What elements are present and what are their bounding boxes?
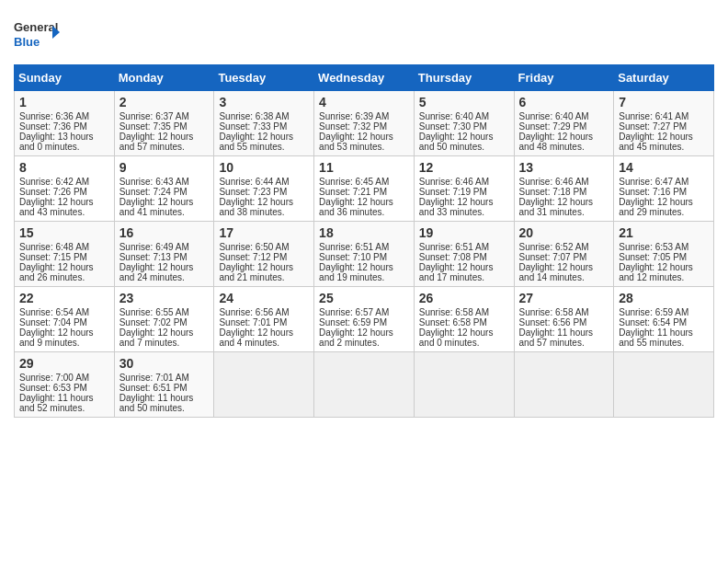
- cell-line: and 48 minutes.: [519, 142, 609, 152]
- cell-line: Sunrise: 6:36 AM: [19, 111, 109, 121]
- calendar-cell: 13Sunrise: 6:46 AMSunset: 7:18 PMDayligh…: [514, 156, 614, 222]
- calendar-week-3: 15Sunrise: 6:48 AMSunset: 7:15 PMDayligh…: [15, 222, 714, 287]
- cell-line: Daylight: 12 hours: [419, 262, 509, 272]
- svg-text:Blue: Blue: [14, 35, 40, 49]
- day-number: 22: [19, 291, 109, 305]
- cell-line: Sunset: 7:24 PM: [119, 187, 210, 197]
- cell-line: Sunrise: 7:00 AM: [19, 373, 109, 383]
- cell-line: Sunset: 7:12 PM: [219, 252, 309, 262]
- col-header-wednesday: Wednesday: [314, 65, 415, 91]
- col-header-friday: Friday: [514, 65, 614, 91]
- cell-line: Sunrise: 6:53 AM: [619, 242, 709, 252]
- cell-line: Daylight: 12 hours: [219, 327, 309, 338]
- col-header-sunday: Sunday: [15, 65, 115, 91]
- cell-line: and 24 minutes.: [119, 272, 210, 282]
- day-number: 26: [419, 291, 509, 305]
- calendar-cell: 5Sunrise: 6:40 AMSunset: 7:30 PMDaylight…: [414, 91, 514, 156]
- calendar-cell: 2Sunrise: 6:37 AMSunset: 7:35 PMDaylight…: [114, 91, 214, 156]
- cell-line: Daylight: 12 hours: [519, 197, 609, 207]
- cell-line: Daylight: 11 hours: [519, 327, 609, 338]
- cell-line: Sunrise: 6:46 AM: [519, 177, 609, 187]
- calendar-cell: 23Sunrise: 6:55 AMSunset: 7:02 PMDayligh…: [114, 287, 214, 352]
- cell-line: Sunset: 7:29 PM: [519, 121, 609, 132]
- cell-line: and 14 minutes.: [519, 272, 609, 282]
- cell-line: Sunset: 7:33 PM: [219, 121, 309, 132]
- cell-line: and 0 minutes.: [419, 338, 509, 348]
- calendar-cell: 27Sunrise: 6:58 AMSunset: 6:56 PMDayligh…: [514, 287, 614, 352]
- cell-line: and 43 minutes.: [19, 207, 109, 217]
- day-number: 21: [619, 225, 709, 240]
- cell-line: Sunrise: 6:48 AM: [19, 242, 109, 252]
- calendar-cell: 6Sunrise: 6:40 AMSunset: 7:29 PMDaylight…: [514, 91, 614, 156]
- cell-line: Daylight: 12 hours: [19, 262, 109, 272]
- col-header-monday: Monday: [114, 65, 214, 91]
- day-number: 29: [19, 356, 109, 371]
- day-number: 18: [319, 225, 409, 240]
- cell-line: Sunrise: 6:58 AM: [519, 307, 609, 317]
- cell-line: Daylight: 12 hours: [119, 327, 210, 338]
- calendar-cell: 29Sunrise: 7:00 AMSunset: 6:53 PMDayligh…: [15, 352, 115, 418]
- cell-line: Daylight: 12 hours: [519, 262, 609, 272]
- calendar-cell: 30Sunrise: 7:01 AMSunset: 6:51 PMDayligh…: [114, 352, 214, 418]
- cell-line: Sunrise: 6:58 AM: [419, 307, 509, 317]
- day-number: 4: [319, 95, 409, 109]
- cell-line: and 4 minutes.: [219, 338, 309, 348]
- cell-line: Sunset: 6:53 PM: [19, 383, 109, 393]
- day-number: 27: [519, 291, 609, 305]
- cell-line: Daylight: 11 hours: [19, 393, 109, 403]
- calendar-cell: [214, 352, 314, 418]
- cell-line: and 57 minutes.: [119, 142, 210, 152]
- cell-line: Sunset: 7:26 PM: [19, 187, 109, 197]
- cell-line: and 41 minutes.: [119, 207, 210, 217]
- day-number: 12: [419, 160, 509, 175]
- cell-line: and 33 minutes.: [419, 207, 509, 217]
- cell-line: Sunrise: 6:52 AM: [519, 242, 609, 252]
- cell-line: and 0 minutes.: [19, 142, 109, 152]
- cell-line: Daylight: 12 hours: [319, 327, 409, 338]
- cell-line: Sunset: 7:16 PM: [619, 187, 709, 197]
- cell-line: Daylight: 11 hours: [119, 393, 210, 403]
- cell-line: Sunrise: 6:45 AM: [319, 177, 409, 187]
- day-number: 13: [519, 160, 609, 175]
- day-number: 8: [19, 160, 109, 175]
- cell-line: and 21 minutes.: [219, 272, 309, 282]
- calendar-cell: [414, 352, 514, 418]
- day-number: 17: [219, 225, 309, 240]
- cell-line: and 29 minutes.: [619, 207, 709, 217]
- cell-line: and 26 minutes.: [19, 272, 109, 282]
- cell-line: and 2 minutes.: [319, 338, 409, 348]
- cell-line: Sunset: 7:15 PM: [19, 252, 109, 262]
- cell-line: Sunrise: 6:51 AM: [419, 242, 509, 252]
- day-number: 5: [419, 95, 509, 109]
- cell-line: and 17 minutes.: [419, 272, 509, 282]
- calendar-cell: 16Sunrise: 6:49 AMSunset: 7:13 PMDayligh…: [114, 222, 214, 287]
- day-number: 23: [119, 291, 210, 305]
- cell-line: Daylight: 13 hours: [19, 132, 109, 142]
- calendar-week-1: 1Sunrise: 6:36 AMSunset: 7:36 PMDaylight…: [15, 91, 714, 156]
- day-number: 1: [19, 95, 109, 109]
- cell-line: Sunrise: 6:51 AM: [319, 242, 409, 252]
- cell-line: and 57 minutes.: [519, 338, 609, 348]
- cell-line: Sunrise: 6:50 AM: [219, 242, 309, 252]
- cell-line: Daylight: 12 hours: [519, 132, 609, 142]
- cell-line: Sunset: 7:18 PM: [519, 187, 609, 197]
- cell-line: Daylight: 12 hours: [419, 197, 509, 207]
- calendar-table: SundayMondayTuesdayWednesdayThursdayFrid…: [14, 64, 714, 418]
- cell-line: Sunrise: 6:40 AM: [419, 111, 509, 121]
- cell-line: Sunrise: 6:44 AM: [219, 177, 309, 187]
- cell-line: Sunrise: 6:38 AM: [219, 111, 309, 121]
- cell-line: Sunset: 7:10 PM: [319, 252, 409, 262]
- calendar-cell: 17Sunrise: 6:50 AMSunset: 7:12 PMDayligh…: [214, 222, 314, 287]
- svg-text:General: General: [14, 20, 58, 34]
- cell-line: Sunset: 7:01 PM: [219, 317, 309, 327]
- calendar-week-2: 8Sunrise: 6:42 AMSunset: 7:26 PMDaylight…: [15, 156, 714, 222]
- day-number: 28: [619, 291, 709, 305]
- cell-line: Sunset: 7:35 PM: [119, 121, 210, 132]
- calendar-cell: 3Sunrise: 6:38 AMSunset: 7:33 PMDaylight…: [214, 91, 314, 156]
- cell-line: Sunset: 7:19 PM: [419, 187, 509, 197]
- cell-line: and 36 minutes.: [319, 207, 409, 217]
- day-number: 19: [419, 225, 509, 240]
- cell-line: Sunset: 7:02 PM: [119, 317, 210, 327]
- calendar-cell: 15Sunrise: 6:48 AMSunset: 7:15 PMDayligh…: [15, 222, 115, 287]
- cell-line: Daylight: 12 hours: [219, 262, 309, 272]
